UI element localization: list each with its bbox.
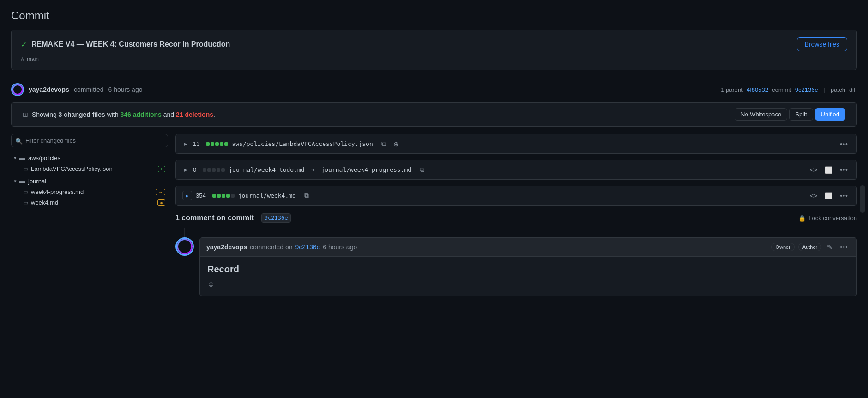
comment-text: Record bbox=[207, 264, 849, 275]
edit-comment-button[interactable]: ✎ bbox=[825, 242, 834, 252]
comment-hash-link[interactable]: 9c2136e bbox=[295, 243, 320, 251]
add-block bbox=[203, 168, 206, 172]
expand-icon-button-1[interactable]: ⊕ bbox=[392, 139, 401, 149]
file-name-week4: week4.md bbox=[31, 199, 58, 206]
tree-children-aws-policies: ▭ LambdaVPCAccessPolicy.json + bbox=[11, 163, 168, 174]
scrollbar[interactable] bbox=[860, 185, 865, 213]
list-item[interactable]: ▭ week4.md ● bbox=[20, 197, 168, 208]
comment-header-row: 1 comment on commit 9c2136e 🔒 Lock conve… bbox=[175, 211, 857, 228]
chevron-down-icon: ▾ bbox=[14, 178, 17, 184]
diff-file-block-1: ▸ 13 aws/policies/LambdaVPCAccessPolicy.… bbox=[175, 134, 857, 154]
lock-icon: 🔒 bbox=[798, 215, 806, 222]
comment-body-header: yaya2devops commented on 9c2136e 6 hours… bbox=[200, 238, 856, 257]
expand-file-2-button[interactable]: ▸ bbox=[182, 165, 189, 174]
add-block bbox=[215, 142, 219, 146]
file-icon: ▭ bbox=[23, 199, 28, 206]
tree-folder-journal: ▾ ▬ journal ▭ week4-progress.md → ▭ week… bbox=[11, 176, 168, 208]
avatar bbox=[175, 237, 194, 256]
diff-file-path-1: aws/policies/LambdaVPCAccessPolicy.json bbox=[232, 140, 373, 147]
comment-content: Record ☺ bbox=[200, 257, 856, 296]
file-name-progress: week4-progress.md bbox=[31, 188, 84, 195]
diff-additions-blocks-3 bbox=[212, 194, 235, 198]
copy-path-button-1[interactable]: ⧉ bbox=[380, 139, 388, 149]
filter-input-wrap: 🔍 bbox=[11, 134, 168, 147]
lock-conversation-button[interactable]: 🔒 Lock conversation bbox=[798, 215, 857, 222]
add-block bbox=[217, 168, 220, 172]
file-options-button-1[interactable]: ••• bbox=[838, 139, 850, 149]
file-options-button-3[interactable]: ••• bbox=[838, 191, 850, 200]
diff-link[interactable]: diff bbox=[849, 86, 857, 93]
changed-files-count: 3 changed files bbox=[59, 111, 105, 118]
tree-folder-header-journal[interactable]: ▾ ▬ journal bbox=[11, 176, 168, 187]
comment-count-text: 1 comment on commit bbox=[175, 214, 254, 222]
add-block bbox=[226, 194, 230, 198]
reaction-emoji-icon[interactable]: ☺ bbox=[207, 280, 215, 289]
split-view-button[interactable]: Split bbox=[789, 108, 813, 121]
commit-action-text: committed bbox=[74, 86, 104, 93]
parent-hash-link[interactable]: 4f80532 bbox=[747, 86, 768, 93]
file-view-button-3[interactable]: ⬜ bbox=[823, 191, 834, 200]
file-icon: ▭ bbox=[23, 189, 28, 195]
diff-file-header-3: ▸ 354 journal/week4.md ⧉ <> ⬜ ••• bbox=[176, 186, 856, 205]
commit-time: 6 hours ago bbox=[108, 86, 143, 93]
commit-label: commit bbox=[772, 86, 791, 93]
diff-stats-row: ⊞ Showing 3 changed files with 346 addit… bbox=[11, 102, 857, 127]
copy-path-button-2[interactable]: ⧉ bbox=[418, 165, 426, 175]
code-view-button-2[interactable]: <> bbox=[808, 165, 819, 175]
code-view-button-3[interactable]: <> bbox=[808, 191, 819, 200]
copy-path-button-3[interactable]: ⧉ bbox=[302, 191, 311, 200]
add-block bbox=[212, 194, 216, 198]
list-item[interactable]: ▭ LambdaVPCAccessPolicy.json + bbox=[20, 163, 168, 174]
search-icon: 🔍 bbox=[15, 137, 23, 144]
commit-branch-row: ⑃ main bbox=[21, 56, 847, 62]
file-badge-added: + bbox=[158, 166, 165, 172]
expand-file-3-button[interactable]: ▸ bbox=[182, 191, 192, 200]
add-block bbox=[231, 194, 235, 198]
diff-file-path-from-2: journal/week4-todo.md bbox=[229, 166, 304, 173]
diff-file-actions-2: <> ⬜ ••• bbox=[808, 165, 850, 175]
stats-left: ⊞ Showing 3 changed files with 346 addit… bbox=[23, 111, 215, 118]
diff-file-actions-3: <> ⬜ ••• bbox=[808, 191, 850, 200]
author-name[interactable]: yaya2devops bbox=[29, 86, 69, 93]
page-title: Commit bbox=[0, 0, 868, 30]
expand-file-1-button[interactable]: ▸ bbox=[182, 139, 189, 148]
add-block bbox=[207, 168, 211, 172]
comment-time: 6 hours ago bbox=[323, 243, 357, 251]
file-options-button-2[interactable]: ••• bbox=[838, 165, 850, 175]
filter-input[interactable] bbox=[11, 134, 168, 147]
diff-file-block-3: ▸ 354 journal/week4.md ⧉ <> ⬜ ••• bbox=[175, 186, 857, 206]
sidebar-toggle-icon[interactable]: ⊞ bbox=[23, 111, 28, 118]
commit-hash-link[interactable]: 9c2136e bbox=[795, 86, 818, 93]
comment-section: 1 comment on commit 9c2136e 🔒 Lock conve… bbox=[175, 211, 857, 296]
folder-icon-aws: ▬ bbox=[19, 155, 25, 162]
folder-icon-journal: ▬ bbox=[19, 178, 25, 185]
lock-label: Lock conversation bbox=[808, 215, 857, 222]
folder-name-aws-policies: aws/policies bbox=[28, 155, 60, 162]
commit-title-left: ✓ REMAKE V4 — WEEK 4: Customers Recor In… bbox=[21, 40, 230, 49]
diff-file-1-count: 13 bbox=[193, 140, 199, 147]
comment-author-name[interactable]: yaya2devops bbox=[206, 243, 247, 251]
diff-file-path-3: journal/week4.md bbox=[238, 192, 296, 199]
no-whitespace-button[interactable]: No Whitespace bbox=[735, 108, 787, 121]
add-block bbox=[211, 142, 214, 146]
file-icon: ▭ bbox=[23, 166, 28, 172]
commit-author-section: yaya2devops committed 6 hours ago bbox=[11, 83, 142, 96]
diff-file-2-count: 0 bbox=[193, 166, 196, 173]
add-block bbox=[222, 194, 225, 198]
comment-commit-hash[interactable]: 9c2136e bbox=[261, 213, 291, 223]
comment-action-text: commented on bbox=[250, 243, 293, 251]
browse-files-button[interactable]: Browse files bbox=[797, 37, 847, 51]
owner-badge: Owner bbox=[771, 243, 794, 251]
diff-file-header-2: ▸ 0 journal/week4-todo.md → journal/week… bbox=[176, 160, 856, 180]
add-block bbox=[217, 194, 221, 198]
comment-options-button[interactable]: ••• bbox=[838, 242, 850, 252]
comment-body: yaya2devops commented on 9c2136e 6 hours… bbox=[199, 237, 857, 296]
patch-link[interactable]: patch bbox=[831, 86, 845, 93]
tree-folder-header-aws-policies[interactable]: ▾ ▬ aws/policies bbox=[11, 153, 168, 163]
file-view-button-2[interactable]: ⬜ bbox=[823, 165, 834, 175]
file-badge-modified: → bbox=[156, 189, 165, 195]
list-item[interactable]: ▭ week4-progress.md → bbox=[20, 187, 168, 197]
tree-children-journal: ▭ week4-progress.md → ▭ week4.md ● bbox=[11, 187, 168, 208]
unified-view-button[interactable]: Unified bbox=[815, 108, 845, 121]
commit-title-row: ✓ REMAKE V4 — WEEK 4: Customers Recor In… bbox=[21, 37, 847, 51]
